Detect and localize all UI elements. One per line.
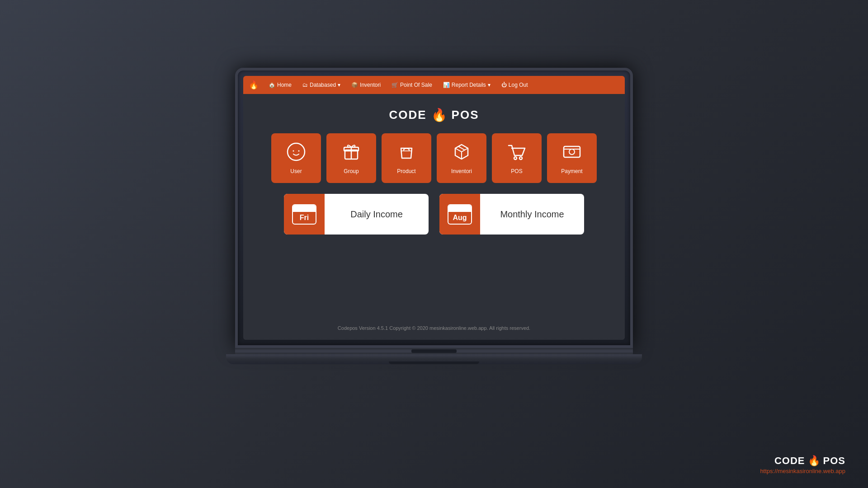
- dropdown-arrow-databased: ▾: [338, 82, 340, 88]
- quick-card-user-label: User: [290, 168, 302, 174]
- pos-nav-icon: 🛒: [392, 82, 398, 88]
- report-icon: 📊: [443, 82, 450, 88]
- nav-item-inventori[interactable]: 📦 Inventori: [347, 80, 385, 90]
- product-icon: [396, 142, 416, 164]
- main-content: CODE 🔥 POS User: [243, 94, 625, 340]
- daily-calendar-icon: ​ Fri: [292, 204, 316, 225]
- laptop-base: [226, 354, 642, 364]
- watermark-flame-icon: 🔥: [808, 455, 821, 467]
- income-row: ​ Fri Daily Income ​ Aug: [284, 194, 584, 235]
- nav-label-pos: Point Of Sale: [400, 82, 432, 88]
- brand-flame-icon: 🔥: [249, 80, 259, 89]
- nav-item-report[interactable]: 📊 Report Details ▾: [439, 80, 495, 90]
- quick-card-pos[interactable]: POS: [492, 133, 542, 183]
- quick-card-user[interactable]: User: [271, 133, 321, 183]
- nav-label-home: Home: [277, 82, 292, 88]
- laptop-frame: 🔥 🏠 Home 🗂 Databased ▾ 📦 Inventori 🛒: [235, 68, 633, 420]
- screen-bezel: 🔥 🏠 Home 🗂 Databased ▾ 📦 Inventori 🛒: [235, 68, 633, 348]
- pos-icon: [507, 142, 527, 164]
- svg-rect-8: [564, 146, 580, 157]
- daily-income-label: Daily Income: [350, 209, 403, 220]
- quick-card-inventori-label: Inventori: [451, 168, 472, 174]
- quick-grid: User Group Produ: [271, 133, 597, 183]
- payment-icon: [562, 142, 582, 164]
- home-icon: 🏠: [269, 82, 275, 88]
- svg-point-1: [293, 150, 294, 152]
- svg-point-9: [569, 149, 575, 155]
- quick-card-product-label: Product: [397, 168, 415, 174]
- user-icon: [286, 142, 306, 164]
- nav-item-databased[interactable]: 🗂 Databased ▾: [298, 80, 345, 90]
- quick-card-payment-label: Payment: [561, 168, 582, 174]
- watermark: CODE 🔥 POS https://mesinkasironline.web.…: [760, 455, 845, 474]
- logout-icon: ⏻: [501, 82, 507, 88]
- app-title-prefix: CODE: [389, 108, 426, 122]
- svg-point-6: [514, 157, 517, 160]
- quick-card-group[interactable]: Group: [326, 133, 376, 183]
- nav-label-logout: Log Out: [509, 82, 528, 88]
- inventori-icon: [452, 142, 472, 164]
- monthly-income-label: Monthly Income: [500, 209, 564, 220]
- quick-card-product[interactable]: Product: [382, 133, 431, 183]
- app-title-flame-icon: 🔥: [431, 108, 447, 122]
- quick-card-inventori[interactable]: Inventori: [437, 133, 486, 183]
- watermark-url: https://mesinkasironline.web.app: [760, 468, 845, 474]
- databased-icon: 🗂: [302, 82, 308, 88]
- app-title-suffix: POS: [452, 108, 479, 122]
- monthly-calendar-icon: ​ Aug: [448, 204, 472, 225]
- footer: Codepos Version 4.5.1 Copyright © 2020 m…: [338, 325, 530, 331]
- monthly-income-label-area: Monthly Income: [480, 194, 584, 235]
- nav-label-report: Report Details: [452, 82, 486, 88]
- laptop-hinge: [235, 348, 633, 354]
- daily-income-icon-area: ​ Fri: [284, 194, 325, 235]
- navbar: 🔥 🏠 Home 🗂 Databased ▾ 📦 Inventori 🛒: [243, 76, 625, 94]
- nav-label-inventori: Inventori: [360, 82, 381, 88]
- quick-card-pos-label: POS: [511, 168, 522, 174]
- svg-point-7: [519, 157, 522, 160]
- watermark-suffix: POS: [823, 455, 845, 467]
- watermark-prefix: CODE: [774, 455, 805, 467]
- quick-card-group-label: Group: [344, 168, 359, 174]
- daily-income-card[interactable]: ​ Fri Daily Income: [284, 194, 429, 235]
- nav-label-databased: Databased: [310, 82, 336, 88]
- group-icon: [341, 142, 361, 164]
- footer-text: Codepos Version 4.5.1 Copyright © 2020 m…: [338, 325, 530, 331]
- svg-point-0: [288, 143, 305, 160]
- watermark-title: CODE 🔥 POS: [774, 455, 845, 467]
- navbar-brand: 🔥: [249, 80, 259, 90]
- daily-income-label-area: Daily Income: [325, 194, 429, 235]
- nav-item-logout[interactable]: ⏻ Log Out: [497, 80, 533, 90]
- inventori-nav-icon: 📦: [351, 82, 358, 88]
- dropdown-arrow-report: ▾: [488, 82, 491, 88]
- quick-card-payment[interactable]: Payment: [547, 133, 597, 183]
- svg-point-2: [298, 150, 300, 152]
- monthly-income-card[interactable]: ​ Aug Monthly Income: [439, 194, 584, 235]
- nav-item-pos[interactable]: 🛒 Point Of Sale: [387, 80, 437, 90]
- screen: 🔥 🏠 Home 🗂 Databased ▾ 📦 Inventori 🛒: [243, 76, 625, 340]
- nav-item-home[interactable]: 🏠 Home: [264, 80, 296, 90]
- monthly-income-icon-area: ​ Aug: [439, 194, 480, 235]
- app-title: CODE 🔥 POS: [389, 108, 479, 122]
